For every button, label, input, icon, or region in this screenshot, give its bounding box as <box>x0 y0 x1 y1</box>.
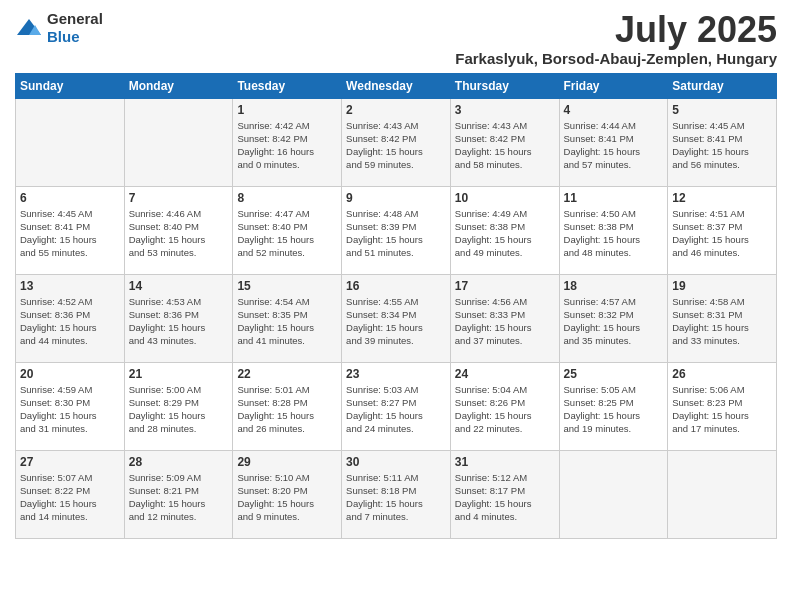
calendar-day-9: 9Sunrise: 4:48 AM Sunset: 8:39 PM Daylig… <box>342 186 451 274</box>
calendar-week-row: 6Sunrise: 4:45 AM Sunset: 8:41 PM Daylig… <box>16 186 777 274</box>
calendar-day-8: 8Sunrise: 4:47 AM Sunset: 8:40 PM Daylig… <box>233 186 342 274</box>
weekday-header-saturday: Saturday <box>668 73 777 98</box>
day-number: 8 <box>237 191 337 205</box>
calendar-day-4: 4Sunrise: 4:44 AM Sunset: 8:41 PM Daylig… <box>559 98 668 186</box>
calendar-table: SundayMondayTuesdayWednesdayThursdayFrid… <box>15 73 777 539</box>
day-info: Sunrise: 4:55 AM Sunset: 8:34 PM Dayligh… <box>346 295 446 348</box>
day-number: 14 <box>129 279 229 293</box>
calendar-day-5: 5Sunrise: 4:45 AM Sunset: 8:41 PM Daylig… <box>668 98 777 186</box>
calendar-day-18: 18Sunrise: 4:57 AM Sunset: 8:32 PM Dayli… <box>559 274 668 362</box>
logo-text-blue: Blue <box>47 28 80 45</box>
day-info: Sunrise: 5:05 AM Sunset: 8:25 PM Dayligh… <box>564 383 664 436</box>
weekday-header-wednesday: Wednesday <box>342 73 451 98</box>
calendar-day-12: 12Sunrise: 4:51 AM Sunset: 8:37 PM Dayli… <box>668 186 777 274</box>
calendar-body: 1Sunrise: 4:42 AM Sunset: 8:42 PM Daylig… <box>16 98 777 538</box>
day-info: Sunrise: 5:09 AM Sunset: 8:21 PM Dayligh… <box>129 471 229 524</box>
day-info: Sunrise: 4:53 AM Sunset: 8:36 PM Dayligh… <box>129 295 229 348</box>
day-info: Sunrise: 4:48 AM Sunset: 8:39 PM Dayligh… <box>346 207 446 260</box>
day-number: 13 <box>20 279 120 293</box>
calendar-empty-cell <box>124 98 233 186</box>
day-number: 11 <box>564 191 664 205</box>
day-info: Sunrise: 4:54 AM Sunset: 8:35 PM Dayligh… <box>237 295 337 348</box>
calendar-day-30: 30Sunrise: 5:11 AM Sunset: 8:18 PM Dayli… <box>342 450 451 538</box>
day-info: Sunrise: 4:49 AM Sunset: 8:38 PM Dayligh… <box>455 207 555 260</box>
day-number: 1 <box>237 103 337 117</box>
calendar-day-1: 1Sunrise: 4:42 AM Sunset: 8:42 PM Daylig… <box>233 98 342 186</box>
calendar-day-19: 19Sunrise: 4:58 AM Sunset: 8:31 PM Dayli… <box>668 274 777 362</box>
day-number: 30 <box>346 455 446 469</box>
day-number: 26 <box>672 367 772 381</box>
day-info: Sunrise: 4:56 AM Sunset: 8:33 PM Dayligh… <box>455 295 555 348</box>
day-number: 7 <box>129 191 229 205</box>
calendar-day-23: 23Sunrise: 5:03 AM Sunset: 8:27 PM Dayli… <box>342 362 451 450</box>
calendar-day-21: 21Sunrise: 5:00 AM Sunset: 8:29 PM Dayli… <box>124 362 233 450</box>
month-title: July 2025 <box>455 10 777 50</box>
calendar-empty-cell <box>16 98 125 186</box>
day-info: Sunrise: 4:47 AM Sunset: 8:40 PM Dayligh… <box>237 207 337 260</box>
day-number: 6 <box>20 191 120 205</box>
calendar-header: SundayMondayTuesdayWednesdayThursdayFrid… <box>16 73 777 98</box>
calendar-day-24: 24Sunrise: 5:04 AM Sunset: 8:26 PM Dayli… <box>450 362 559 450</box>
day-number: 3 <box>455 103 555 117</box>
day-number: 22 <box>237 367 337 381</box>
day-info: Sunrise: 4:51 AM Sunset: 8:37 PM Dayligh… <box>672 207 772 260</box>
day-number: 24 <box>455 367 555 381</box>
day-info: Sunrise: 4:43 AM Sunset: 8:42 PM Dayligh… <box>455 119 555 172</box>
day-number: 12 <box>672 191 772 205</box>
calendar-empty-cell <box>668 450 777 538</box>
title-area: July 2025 Farkaslyuk, Borsod-Abauj-Zempl… <box>455 10 777 67</box>
day-number: 20 <box>20 367 120 381</box>
day-info: Sunrise: 4:59 AM Sunset: 8:30 PM Dayligh… <box>20 383 120 436</box>
day-number: 18 <box>564 279 664 293</box>
day-info: Sunrise: 5:07 AM Sunset: 8:22 PM Dayligh… <box>20 471 120 524</box>
day-info: Sunrise: 5:01 AM Sunset: 8:28 PM Dayligh… <box>237 383 337 436</box>
calendar-day-28: 28Sunrise: 5:09 AM Sunset: 8:21 PM Dayli… <box>124 450 233 538</box>
logo-icon <box>15 17 43 39</box>
calendar-day-2: 2Sunrise: 4:43 AM Sunset: 8:42 PM Daylig… <box>342 98 451 186</box>
calendar-day-11: 11Sunrise: 4:50 AM Sunset: 8:38 PM Dayli… <box>559 186 668 274</box>
day-number: 2 <box>346 103 446 117</box>
day-info: Sunrise: 5:10 AM Sunset: 8:20 PM Dayligh… <box>237 471 337 524</box>
day-info: Sunrise: 5:06 AM Sunset: 8:23 PM Dayligh… <box>672 383 772 436</box>
day-info: Sunrise: 5:00 AM Sunset: 8:29 PM Dayligh… <box>129 383 229 436</box>
calendar-day-13: 13Sunrise: 4:52 AM Sunset: 8:36 PM Dayli… <box>16 274 125 362</box>
day-number: 25 <box>564 367 664 381</box>
day-number: 15 <box>237 279 337 293</box>
calendar-day-26: 26Sunrise: 5:06 AM Sunset: 8:23 PM Dayli… <box>668 362 777 450</box>
calendar-day-10: 10Sunrise: 4:49 AM Sunset: 8:38 PM Dayli… <box>450 186 559 274</box>
day-number: 9 <box>346 191 446 205</box>
day-info: Sunrise: 5:03 AM Sunset: 8:27 PM Dayligh… <box>346 383 446 436</box>
weekday-header-row: SundayMondayTuesdayWednesdayThursdayFrid… <box>16 73 777 98</box>
day-number: 5 <box>672 103 772 117</box>
logo: General Blue <box>15 10 103 46</box>
day-info: Sunrise: 4:43 AM Sunset: 8:42 PM Dayligh… <box>346 119 446 172</box>
calendar-day-3: 3Sunrise: 4:43 AM Sunset: 8:42 PM Daylig… <box>450 98 559 186</box>
calendar-day-31: 31Sunrise: 5:12 AM Sunset: 8:17 PM Dayli… <box>450 450 559 538</box>
calendar-day-17: 17Sunrise: 4:56 AM Sunset: 8:33 PM Dayli… <box>450 274 559 362</box>
day-number: 28 <box>129 455 229 469</box>
calendar-week-row: 1Sunrise: 4:42 AM Sunset: 8:42 PM Daylig… <box>16 98 777 186</box>
day-info: Sunrise: 5:12 AM Sunset: 8:17 PM Dayligh… <box>455 471 555 524</box>
calendar-day-29: 29Sunrise: 5:10 AM Sunset: 8:20 PM Dayli… <box>233 450 342 538</box>
day-number: 10 <box>455 191 555 205</box>
page-header: General Blue July 2025 Farkaslyuk, Borso… <box>15 10 777 67</box>
day-number: 29 <box>237 455 337 469</box>
day-number: 4 <box>564 103 664 117</box>
day-info: Sunrise: 4:45 AM Sunset: 8:41 PM Dayligh… <box>672 119 772 172</box>
day-number: 23 <box>346 367 446 381</box>
day-info: Sunrise: 4:50 AM Sunset: 8:38 PM Dayligh… <box>564 207 664 260</box>
calendar-day-22: 22Sunrise: 5:01 AM Sunset: 8:28 PM Dayli… <box>233 362 342 450</box>
calendar-day-15: 15Sunrise: 4:54 AM Sunset: 8:35 PM Dayli… <box>233 274 342 362</box>
weekday-header-friday: Friday <box>559 73 668 98</box>
calendar-week-row: 27Sunrise: 5:07 AM Sunset: 8:22 PM Dayli… <box>16 450 777 538</box>
day-info: Sunrise: 4:52 AM Sunset: 8:36 PM Dayligh… <box>20 295 120 348</box>
logo-text-general: General <box>47 10 103 27</box>
day-info: Sunrise: 5:11 AM Sunset: 8:18 PM Dayligh… <box>346 471 446 524</box>
calendar-day-7: 7Sunrise: 4:46 AM Sunset: 8:40 PM Daylig… <box>124 186 233 274</box>
day-number: 19 <box>672 279 772 293</box>
day-info: Sunrise: 4:57 AM Sunset: 8:32 PM Dayligh… <box>564 295 664 348</box>
calendar-week-row: 20Sunrise: 4:59 AM Sunset: 8:30 PM Dayli… <box>16 362 777 450</box>
day-info: Sunrise: 4:58 AM Sunset: 8:31 PM Dayligh… <box>672 295 772 348</box>
day-info: Sunrise: 4:44 AM Sunset: 8:41 PM Dayligh… <box>564 119 664 172</box>
calendar-day-16: 16Sunrise: 4:55 AM Sunset: 8:34 PM Dayli… <box>342 274 451 362</box>
